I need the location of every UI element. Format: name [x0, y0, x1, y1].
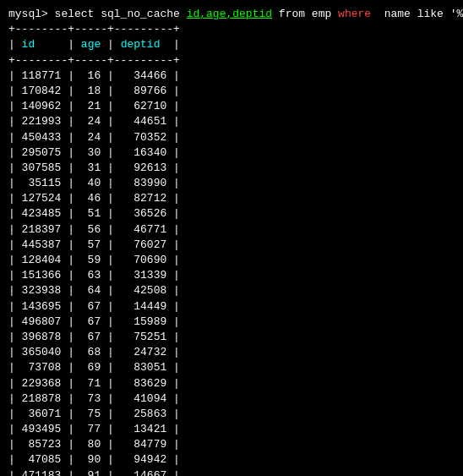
prompt: mysql> [8, 8, 55, 20]
table-row: | 471183 | 91 | 14667 | [8, 468, 463, 476]
table-row: | 170842 | 18 | 89766 | [8, 84, 463, 99]
select-keyword: select sql_no_cache [55, 8, 187, 20]
table-row: | 450433 | 24 | 70352 | [8, 130, 463, 145]
header-border-top: +--------+-----+---------+ [8, 22, 463, 37]
table-row: | 218878 | 73 | 41094 | [8, 391, 463, 407]
table-row: | 295075 | 30 | 16340 | [8, 145, 463, 161]
table-row: | 445387 | 57 | 76027 | [8, 238, 463, 253]
table-row: | 127524 | 46 | 82712 | [8, 191, 463, 206]
table-row: | 323938 | 64 | 42508 | [8, 283, 463, 298]
table-row: | 396878 | 67 | 75251 | [8, 330, 463, 345]
rest-of-query: name like '%abc'; [371, 8, 463, 20]
table-row: | 140962 | 21 | 62710 | [8, 99, 463, 114]
table-row: | 85723 | 80 | 84779 | [8, 437, 463, 452]
table-row: | 35115 | 40 | 83990 | [8, 176, 463, 191]
table-row: | 36071 | 75 | 25863 | [8, 407, 463, 422]
table-row: | 218397 | 56 | 46771 | [8, 222, 463, 238]
table-row: | 229368 | 71 | 83629 | [8, 376, 463, 391]
where-keyword: where [338, 8, 371, 20]
table-row: | 143695 | 67 | 14449 | [8, 299, 463, 315]
command-line: mysql> select sql_no_cache id,age,deptid… [8, 7, 463, 22]
from-clause: from emp [272, 8, 338, 20]
table-row: | 423485 | 51 | 36526 | [8, 206, 463, 222]
table-row: | 496807 | 67 | 15989 | [8, 315, 463, 330]
table-row: | 221993 | 24 | 44651 | [8, 114, 463, 129]
table-row: | 47085 | 90 | 94942 | [8, 452, 463, 468]
table-row: | 151366 | 63 | 31339 | [8, 268, 463, 283]
table-row: | 365040 | 68 | 24732 | [8, 345, 463, 360]
table-row: | 73708 | 69 | 83051 | [8, 360, 463, 375]
terminal-window: mysql> select sql_no_cache id,age,deptid… [5, 3, 463, 476]
table-row: | 128404 | 59 | 70690 | [8, 253, 463, 268]
columns: id,age,deptid [187, 8, 272, 20]
table-row: | 493495 | 77 | 13421 | [8, 422, 463, 437]
table-header: | id | age | deptid | [8, 37, 463, 52]
table-row: | 307585 | 31 | 92613 | [8, 161, 463, 176]
header-border-bottom: +--------+-----+---------+ [8, 53, 463, 68]
table-row: | 118771 | 16 | 34466 | [8, 68, 463, 84]
